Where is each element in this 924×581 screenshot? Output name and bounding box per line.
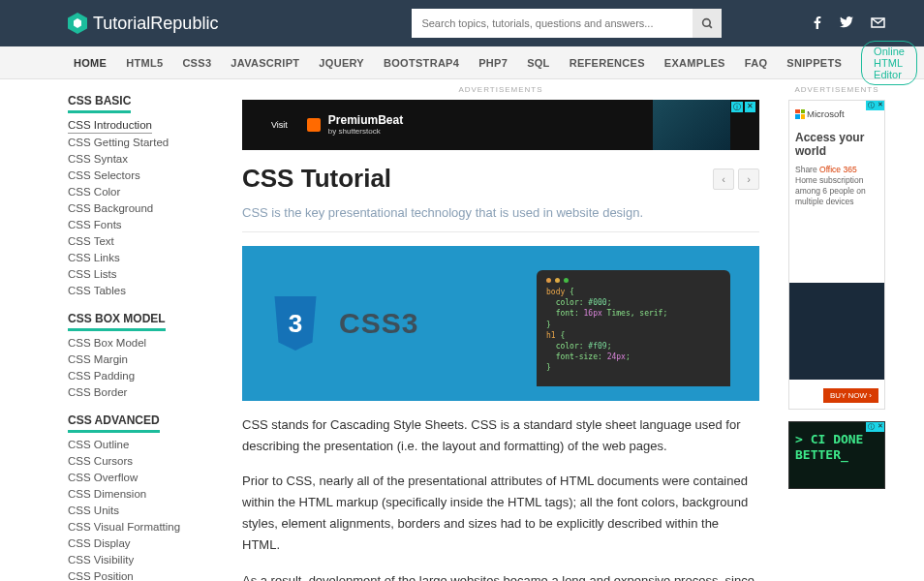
sidebar-item[interactable]: CSS Color <box>68 183 213 199</box>
ad-text: > CI DONE <box>795 432 878 447</box>
main-nav: HOME HTML5 CSS3 JAVASCRIPT JQUERY BOOTST… <box>0 46 924 79</box>
sidebar-heading-boxmodel: CSS BOX MODEL <box>68 312 166 331</box>
svg-line-1 <box>709 25 712 28</box>
twitter-icon[interactable] <box>840 15 853 32</box>
sidebar-item[interactable]: CSS Getting Started <box>68 134 213 150</box>
sidebar-item[interactable]: CSS Tables <box>68 282 213 298</box>
nav-php7[interactable]: PHP7 <box>478 57 508 69</box>
sidebar-item[interactable]: CSS Box Model <box>68 334 213 351</box>
ad-subtext: Share Office 365 Home subscription among… <box>795 165 878 207</box>
sidebar-item[interactable]: CSS Position <box>68 567 213 581</box>
ad-image <box>653 100 730 150</box>
content-paragraph: CSS stands for Cascading Style Sheets. C… <box>242 414 759 457</box>
ad-image <box>789 283 884 380</box>
adchoices-icon[interactable]: ⓘ✕ <box>866 422 884 432</box>
search-icon <box>701 17 714 30</box>
premiumbeat-icon <box>307 118 321 132</box>
microsoft-label: Microsoft <box>807 108 845 119</box>
sidebar-item[interactable]: CSS Background <box>68 199 213 216</box>
sidebar-heading-advanced: CSS ADVANCED <box>68 413 160 433</box>
nav-javascript[interactable]: JAVASCRIPT <box>231 57 299 69</box>
sidebar-item[interactable]: CSS Links <box>68 249 213 265</box>
next-button[interactable]: › <box>738 168 759 190</box>
sidebar-item[interactable]: CSS Visual Formatting <box>68 518 213 535</box>
nav-bootstrap4[interactable]: BOOTSTRAP4 <box>384 57 459 69</box>
hero-label: CSS3 <box>339 307 418 340</box>
social-icons <box>813 15 885 32</box>
nav-html5[interactable]: HTML5 <box>126 57 163 69</box>
nav-jquery[interactable]: JQUERY <box>319 57 364 69</box>
nav-home[interactable]: HOME <box>74 57 107 69</box>
adchoices-icon[interactable]: ⓘ✕ <box>866 101 884 110</box>
sidebar: CSS BASIC CSS Introduction CSS Getting S… <box>68 79 213 581</box>
ads-label: ADVERTISEMENTS <box>242 85 759 94</box>
search-wrap <box>412 9 722 38</box>
sidebar-item[interactable]: CSS Fonts <box>68 216 213 232</box>
nav-css3[interactable]: CSS3 <box>182 57 211 69</box>
ad-brand-sub: by shutterstock <box>328 127 403 136</box>
nav-examples[interactable]: EXAMPLES <box>664 57 725 69</box>
hero-banner: 3 CSS3 body { color: #000; font: 16px Ti… <box>242 246 759 401</box>
search-input[interactable] <box>412 9 693 38</box>
sidebar-ad-microsoft[interactable]: ⓘ✕ Microsoft Access your world Share Off… <box>788 100 885 410</box>
page-title: CSS Tutorial <box>242 164 391 194</box>
logo-text: TutorialRepublic <box>93 14 218 34</box>
header: TutorialRepublic <box>0 0 924 46</box>
nav-faq[interactable]: FAQ <box>745 57 768 69</box>
buy-now-button[interactable]: BUY NOW › <box>823 388 878 403</box>
sidebar-item[interactable]: CSS Border <box>68 383 213 400</box>
sidebar-item[interactable]: CSS Introduction <box>68 116 152 134</box>
code-sample: body { color: #000; font: 16px Times, se… <box>546 287 721 374</box>
svg-point-0 <box>703 18 711 26</box>
mail-icon[interactable] <box>871 15 885 32</box>
sidebar-heading-basic: CSS BASIC <box>68 94 131 113</box>
ads-label: ADVERTISEMENTS <box>788 85 885 94</box>
sidebar-item[interactable]: CSS Margin <box>68 351 213 367</box>
sidebar-item[interactable]: CSS Overflow <box>68 469 213 485</box>
nav-references[interactable]: REFERENCES <box>570 57 645 69</box>
right-column: ADVERTISEMENTS ⓘ✕ Microsoft Access your … <box>788 79 885 581</box>
nav-sql[interactable]: SQL <box>527 57 550 69</box>
adchoices-icon[interactable]: ⓘ✕ <box>731 102 755 112</box>
search-button[interactable] <box>693 9 722 38</box>
sidebar-item[interactable]: CSS Dimension <box>68 485 213 502</box>
sidebar-item[interactable]: CSS Display <box>68 535 213 551</box>
online-editor-button[interactable]: Online HTML Editor <box>861 41 917 85</box>
sidebar-item[interactable]: CSS Units <box>68 502 213 518</box>
content-paragraph: Prior to CSS, nearly all of the presenta… <box>242 471 759 556</box>
sidebar-item[interactable]: CSS Padding <box>68 367 213 383</box>
sidebar-item[interactable]: CSS Outline <box>68 436 213 452</box>
css3-shield-icon: 3 <box>271 296 320 351</box>
ad-text: BETTER_ <box>795 447 878 463</box>
laptop-graphic: body { color: #000; font: 16px Times, se… <box>537 270 730 386</box>
sidebar-item[interactable]: CSS Lists <box>68 265 213 282</box>
logo-icon <box>68 13 87 34</box>
lead-text: CSS is the key presentational technology… <box>242 194 759 232</box>
prev-button[interactable]: ‹ <box>713 168 734 190</box>
sidebar-item[interactable]: CSS Selectors <box>68 167 213 183</box>
ad-visit-text: Visit <box>271 120 288 130</box>
sidebar-ad-ci[interactable]: ⓘ✕ > CI DONE BETTER_ <box>788 421 885 489</box>
ad-title: Access your world <box>795 131 878 159</box>
logo[interactable]: TutorialRepublic <box>68 13 218 34</box>
sidebar-item[interactable]: CSS Visibility <box>68 551 213 567</box>
ad-brand-name: PremiumBeat <box>328 114 403 127</box>
sidebar-item[interactable]: CSS Cursors <box>68 452 213 469</box>
main-content: ADVERTISEMENTS Visit PremiumBeat by shut… <box>242 79 759 581</box>
content-paragraph: As a result, development of the large we… <box>242 570 759 581</box>
ad-banner[interactable]: Visit PremiumBeat by shutterstock ⓘ✕ <box>242 100 759 150</box>
facebook-icon[interactable] <box>813 15 822 32</box>
sidebar-item[interactable]: CSS Syntax <box>68 150 213 167</box>
sidebar-item[interactable]: CSS Text <box>68 232 213 249</box>
nav-snippets[interactable]: SNIPPETS <box>786 57 842 69</box>
